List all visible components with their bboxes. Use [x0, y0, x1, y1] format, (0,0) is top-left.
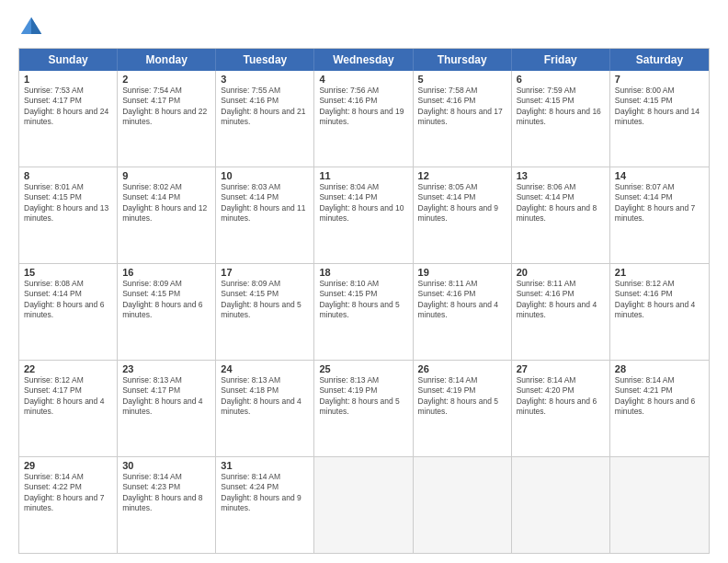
day-number: 7: [615, 74, 704, 85]
table-row: 16Sunrise: 8:09 AMSunset: 4:15 PMDayligh…: [118, 264, 216, 360]
day-number: 10: [221, 170, 309, 181]
day-info: Sunrise: 8:02 AMSunset: 4:14 PMDaylight:…: [122, 182, 210, 224]
day-number: 11: [319, 170, 407, 181]
table-row: [414, 457, 512, 553]
table-row: 18Sunrise: 8:10 AMSunset: 4:15 PMDayligh…: [314, 264, 413, 360]
day-info: Sunrise: 7:54 AMSunset: 4:17 PMDaylight:…: [122, 86, 210, 128]
day-info: Sunrise: 8:14 AMSunset: 4:20 PMDaylight:…: [517, 375, 605, 418]
header-sunday: Sunday: [19, 49, 118, 71]
table-row: [512, 457, 610, 553]
table-row: 9Sunrise: 8:02 AMSunset: 4:14 PMDaylight…: [118, 167, 216, 263]
day-number: 29: [24, 460, 112, 471]
table-row: [314, 457, 413, 553]
day-info: Sunrise: 8:06 AMSunset: 4:14 PMDaylight:…: [517, 182, 605, 224]
table-row: 12Sunrise: 8:05 AMSunset: 4:14 PMDayligh…: [414, 167, 512, 263]
table-row: 7Sunrise: 8:00 AMSunset: 4:15 PMDaylight…: [610, 71, 709, 167]
day-number: 16: [122, 267, 210, 278]
day-info: Sunrise: 8:09 AMSunset: 4:15 PMDaylight:…: [122, 279, 210, 321]
day-info: Sunrise: 8:13 AMSunset: 4:19 PMDaylight:…: [319, 375, 407, 418]
svg-marker-1: [31, 17, 41, 34]
day-number: 30: [122, 460, 210, 471]
table-row: 2Sunrise: 7:54 AMSunset: 4:17 PMDaylight…: [118, 71, 216, 167]
day-info: Sunrise: 7:59 AMSunset: 4:15 PMDaylight:…: [517, 86, 605, 128]
day-number: 5: [418, 74, 506, 85]
calendar-body: 1Sunrise: 7:53 AMSunset: 4:17 PMDaylight…: [19, 71, 709, 553]
day-info: Sunrise: 8:12 AMSunset: 4:17 PMDaylight:…: [24, 375, 112, 418]
table-row: 10Sunrise: 8:03 AMSunset: 4:14 PMDayligh…: [216, 167, 314, 263]
table-row: 26Sunrise: 8:14 AMSunset: 4:19 PMDayligh…: [414, 361, 512, 456]
day-info: Sunrise: 8:14 AMSunset: 4:21 PMDaylight:…: [615, 375, 704, 418]
calendar-row-2: 8Sunrise: 8:01 AMSunset: 4:15 PMDaylight…: [19, 167, 709, 263]
table-row: 13Sunrise: 8:06 AMSunset: 4:14 PMDayligh…: [512, 167, 610, 263]
header-friday: Friday: [512, 49, 610, 71]
header-monday: Monday: [118, 49, 216, 71]
day-number: 25: [319, 363, 407, 374]
day-number: 23: [122, 363, 210, 374]
calendar: Sunday Monday Tuesday Wednesday Thursday…: [18, 48, 710, 554]
page: Sunday Monday Tuesday Wednesday Thursday…: [0, 0, 728, 563]
table-row: 17Sunrise: 8:09 AMSunset: 4:15 PMDayligh…: [216, 264, 314, 360]
table-row: 11Sunrise: 8:04 AMSunset: 4:14 PMDayligh…: [314, 167, 413, 263]
table-row: 1Sunrise: 7:53 AMSunset: 4:17 PMDaylight…: [19, 71, 118, 167]
day-info: Sunrise: 8:11 AMSunset: 4:16 PMDaylight:…: [418, 279, 506, 321]
table-row: 30Sunrise: 8:14 AMSunset: 4:23 PMDayligh…: [118, 457, 216, 553]
table-row: 14Sunrise: 8:07 AMSunset: 4:14 PMDayligh…: [610, 167, 709, 263]
day-number: 31: [221, 460, 309, 471]
logo-icon: [18, 15, 44, 40]
day-info: Sunrise: 7:53 AMSunset: 4:17 PMDaylight:…: [24, 86, 112, 128]
day-number: 21: [615, 267, 704, 278]
day-info: Sunrise: 8:03 AMSunset: 4:14 PMDaylight:…: [221, 182, 309, 224]
calendar-row-4: 22Sunrise: 8:12 AMSunset: 4:17 PMDayligh…: [19, 360, 709, 456]
day-info: Sunrise: 8:01 AMSunset: 4:15 PMDaylight:…: [24, 182, 112, 224]
day-number: 22: [24, 363, 112, 374]
table-row: 15Sunrise: 8:08 AMSunset: 4:14 PMDayligh…: [19, 264, 118, 360]
day-number: 13: [517, 170, 605, 181]
day-info: Sunrise: 8:07 AMSunset: 4:14 PMDaylight:…: [615, 182, 704, 224]
header: [18, 15, 710, 40]
table-row: 4Sunrise: 7:56 AMSunset: 4:16 PMDaylight…: [314, 71, 413, 167]
day-info: Sunrise: 7:55 AMSunset: 4:16 PMDaylight:…: [221, 86, 309, 128]
day-number: 26: [418, 363, 506, 374]
day-number: 4: [319, 74, 407, 85]
calendar-row-3: 15Sunrise: 8:08 AMSunset: 4:14 PMDayligh…: [19, 263, 709, 360]
table-row: 31Sunrise: 8:14 AMSunset: 4:24 PMDayligh…: [216, 457, 314, 553]
day-info: Sunrise: 8:14 AMSunset: 4:23 PMDaylight:…: [122, 472, 210, 514]
day-number: 14: [615, 170, 704, 181]
calendar-row-1: 1Sunrise: 7:53 AMSunset: 4:17 PMDaylight…: [19, 71, 709, 167]
day-info: Sunrise: 8:12 AMSunset: 4:16 PMDaylight:…: [615, 279, 704, 321]
day-info: Sunrise: 8:04 AMSunset: 4:14 PMDaylight:…: [319, 182, 407, 224]
header-thursday: Thursday: [414, 49, 512, 71]
day-number: 8: [24, 170, 112, 181]
day-info: Sunrise: 8:14 AMSunset: 4:19 PMDaylight:…: [418, 375, 506, 418]
day-number: 2: [122, 74, 210, 85]
day-info: Sunrise: 7:58 AMSunset: 4:16 PMDaylight:…: [418, 86, 506, 128]
table-row: 5Sunrise: 7:58 AMSunset: 4:16 PMDaylight…: [414, 71, 512, 167]
day-number: 6: [517, 74, 605, 85]
header-wednesday: Wednesday: [314, 49, 413, 71]
table-row: 22Sunrise: 8:12 AMSunset: 4:17 PMDayligh…: [19, 361, 118, 456]
day-number: 1: [24, 74, 112, 85]
calendar-row-5: 29Sunrise: 8:14 AMSunset: 4:22 PMDayligh…: [19, 456, 709, 553]
table-row: 24Sunrise: 8:13 AMSunset: 4:18 PMDayligh…: [216, 361, 314, 456]
day-number: 12: [418, 170, 506, 181]
table-row: [610, 457, 709, 553]
day-info: Sunrise: 8:00 AMSunset: 4:15 PMDaylight:…: [615, 86, 704, 128]
day-number: 27: [517, 363, 605, 374]
day-info: Sunrise: 8:10 AMSunset: 4:15 PMDaylight:…: [319, 279, 407, 321]
day-info: Sunrise: 8:08 AMSunset: 4:14 PMDaylight:…: [24, 279, 112, 321]
day-info: Sunrise: 8:14 AMSunset: 4:22 PMDaylight:…: [24, 472, 112, 514]
table-row: 27Sunrise: 8:14 AMSunset: 4:20 PMDayligh…: [512, 361, 610, 456]
day-number: 24: [221, 363, 309, 374]
day-number: 19: [418, 267, 506, 278]
day-info: Sunrise: 7:56 AMSunset: 4:16 PMDaylight:…: [319, 86, 407, 128]
calendar-header: Sunday Monday Tuesday Wednesday Thursday…: [19, 49, 709, 71]
day-info: Sunrise: 8:13 AMSunset: 4:17 PMDaylight:…: [122, 375, 210, 418]
day-number: 17: [221, 267, 309, 278]
day-info: Sunrise: 8:11 AMSunset: 4:16 PMDaylight:…: [517, 279, 605, 321]
day-number: 15: [24, 267, 112, 278]
day-number: 20: [517, 267, 605, 278]
header-tuesday: Tuesday: [216, 49, 314, 71]
table-row: 29Sunrise: 8:14 AMSunset: 4:22 PMDayligh…: [19, 457, 118, 553]
day-info: Sunrise: 8:14 AMSunset: 4:24 PMDaylight:…: [221, 472, 309, 514]
table-row: 3Sunrise: 7:55 AMSunset: 4:16 PMDaylight…: [216, 71, 314, 167]
